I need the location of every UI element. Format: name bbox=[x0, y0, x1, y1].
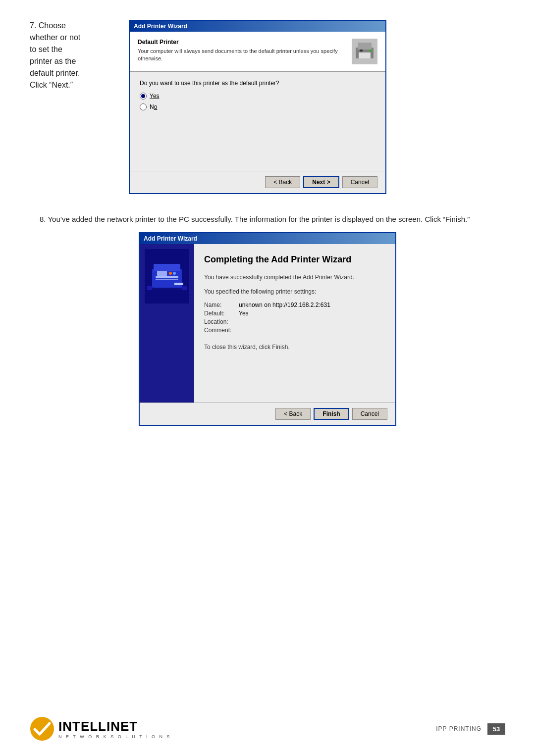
footer-right: IPP PRINTING 53 bbox=[436, 723, 505, 735]
step8-right-panel: Completing the Add Printer Wizard You ha… bbox=[194, 244, 395, 403]
radio-yes[interactable]: Yes bbox=[140, 93, 375, 100]
svg-rect-16 bbox=[174, 283, 183, 284]
step8-wizard-footer: < Back Finish Cancel bbox=[140, 403, 395, 425]
step7-wizard-header: Default Printer Your computer will alway… bbox=[130, 32, 385, 72]
step7-header-desc: Your computer will always send documents… bbox=[138, 48, 346, 63]
logo-text-block: INTELLINET N E T W O R K S O L U T I O N… bbox=[58, 719, 171, 739]
setting-default: Default: Yes bbox=[204, 310, 385, 317]
radio-no-label: No bbox=[150, 103, 157, 110]
step8-wizard-title: Add Printer Wizard bbox=[144, 235, 197, 242]
step8-wizard-titlebar: Add Printer Wizard bbox=[140, 233, 395, 244]
default-label: Default: bbox=[204, 310, 239, 317]
svg-point-5 bbox=[370, 50, 372, 51]
name-value: unknown on http://192.168.2.2:631 bbox=[239, 302, 330, 308]
name-label: Name: bbox=[204, 302, 239, 308]
step7-wizard-content: Do you want to use this printer as the d… bbox=[130, 72, 385, 171]
completing-desc2: You specified the following printer sett… bbox=[204, 288, 385, 296]
step7-wizard-title: Add Printer Wizard bbox=[134, 23, 187, 30]
section-label: IPP PRINTING bbox=[436, 725, 482, 732]
svg-point-14 bbox=[173, 272, 176, 275]
step7-header-title: Default Printer bbox=[138, 39, 346, 46]
step8-section: 8. You’ve added the network printer to t… bbox=[30, 214, 505, 426]
step7-label: 7. Choose whether or not to set the prin… bbox=[30, 20, 129, 91]
svg-rect-2 bbox=[358, 43, 372, 50]
step8-wizard-body: Completing the Add Printer Wizard You ha… bbox=[140, 244, 395, 403]
step7-wizard-titlebar: Add Printer Wizard bbox=[130, 21, 385, 32]
printer-settings: Name: unknown on http://192.168.2.2:631 … bbox=[204, 302, 385, 334]
finish-note: To close this wizard, click Finish. bbox=[204, 344, 385, 351]
completing-desc1: You have successfully completed the Add … bbox=[204, 273, 385, 282]
step8-text: 8. You’ve added the network printer to t… bbox=[30, 214, 505, 225]
step8-wizard-dialog: Add Printer Wizard bbox=[139, 232, 396, 426]
svg-rect-10 bbox=[156, 279, 178, 280]
svg-rect-17 bbox=[174, 284, 183, 285]
logo-main-text: INTELLINET bbox=[58, 719, 171, 734]
logo-sub-text: N E T W O R K S O L U T I O N S bbox=[58, 734, 171, 739]
step8-finish-button[interactable]: Finish bbox=[314, 408, 349, 420]
svg-point-13 bbox=[169, 272, 172, 275]
step7-question: Do you want to use this printer as the d… bbox=[140, 80, 375, 87]
step7-header-text: Default Printer Your computer will alway… bbox=[138, 39, 346, 63]
printer-large-icon bbox=[145, 249, 189, 303]
setting-location: Location: bbox=[204, 318, 385, 325]
step8-left-panel bbox=[140, 244, 194, 403]
setting-comment: Comment: bbox=[204, 327, 385, 334]
comment-label: Comment: bbox=[204, 327, 239, 334]
svg-rect-12 bbox=[157, 271, 167, 276]
step7-next-button[interactable]: Next > bbox=[303, 176, 339, 188]
step7-cancel-button[interactable]: Cancel bbox=[342, 176, 377, 188]
svg-rect-11 bbox=[154, 264, 180, 271]
svg-rect-4 bbox=[360, 50, 363, 51]
step8-cancel-button[interactable]: Cancel bbox=[352, 408, 387, 420]
setting-name: Name: unknown on http://192.168.2.2:631 bbox=[204, 302, 385, 308]
default-value: Yes bbox=[239, 310, 249, 317]
page-number: 53 bbox=[487, 723, 505, 735]
printer-icon-small bbox=[352, 39, 377, 64]
logo-icon bbox=[30, 716, 54, 741]
radio-yes-label: Yes bbox=[150, 93, 160, 100]
page-footer: INTELLINET N E T W O R K S O L U T I O N… bbox=[30, 716, 505, 741]
location-label: Location: bbox=[204, 318, 239, 325]
radio-no[interactable]: No bbox=[140, 103, 375, 110]
svg-rect-9 bbox=[156, 276, 178, 278]
svg-rect-15 bbox=[152, 288, 182, 290]
step7-wizard-footer: < Back Next > Cancel bbox=[130, 171, 385, 193]
step8-dialog-wrap: Add Printer Wizard bbox=[30, 232, 505, 426]
step8-back-button[interactable]: < Back bbox=[275, 408, 311, 420]
step7-wizard-dialog: Add Printer Wizard Default Printer Your … bbox=[129, 20, 386, 194]
intellinet-logo: INTELLINET N E T W O R K S O L U T I O N… bbox=[30, 716, 171, 741]
completing-title: Completing the Add Printer Wizard bbox=[204, 254, 385, 265]
svg-rect-3 bbox=[359, 52, 371, 58]
step7-back-button[interactable]: < Back bbox=[265, 176, 300, 188]
radio-no-circle[interactable] bbox=[140, 103, 147, 110]
radio-yes-circle[interactable] bbox=[140, 93, 147, 100]
